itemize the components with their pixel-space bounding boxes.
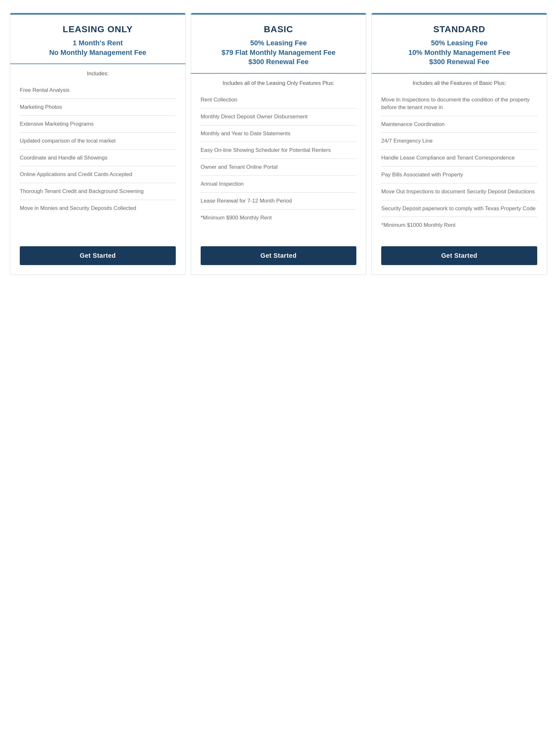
list-item: Monthly and Year to Date Statements xyxy=(201,125,357,142)
list-item: Lease Renewal for 7-12 Month Period xyxy=(201,193,357,210)
pricing-container: LEASING ONLY1 Month's RentNo Monthly Man… xyxy=(7,13,550,275)
card-body: Includes all the Features of Basic Plus:… xyxy=(372,74,547,240)
get-started-button[interactable]: Get Started xyxy=(381,246,537,265)
list-item: Online Applications and Credit Cards Acc… xyxy=(20,166,176,183)
feature-list: Move In Inspections to document the cond… xyxy=(381,92,537,234)
list-item: Maintenance Coordination xyxy=(381,116,537,133)
card-header: BASIC50% Leasing Fee$79 Flat Monthly Man… xyxy=(191,15,366,74)
list-item: Rent Collection xyxy=(201,92,357,109)
card-price: 50% Leasing Fee10% Monthly Management Fe… xyxy=(381,38,537,67)
list-item: Marketing Photos xyxy=(20,99,176,116)
list-item: Move In Inspections to document the cond… xyxy=(381,92,537,116)
list-item: 24/7 Emergency Line xyxy=(381,133,537,150)
list-item: Security Deposit paperwork to comply wit… xyxy=(381,200,537,217)
pricing-card-basic: BASIC50% Leasing Fee$79 Flat Monthly Man… xyxy=(191,13,367,275)
get-started-button[interactable]: Get Started xyxy=(201,246,357,265)
pricing-card-standard: STANDARD50% Leasing Fee10% Monthly Manag… xyxy=(371,13,547,275)
list-item: *Minimum $900 Monthly Rent xyxy=(201,210,357,226)
list-item: Move Out Inspections to document Securit… xyxy=(381,183,537,200)
card-body: Includes all of the Leasing Only Feature… xyxy=(191,74,366,240)
card-price: 1 Month's RentNo Monthly Management Fee xyxy=(20,38,176,57)
card-title: STANDARD xyxy=(381,24,537,34)
list-item: Coordinate and Handle all Showings xyxy=(20,150,176,167)
list-item: Easy On-line Showing Scheduler for Poten… xyxy=(201,142,357,159)
list-item: Extensive Marketing Programs xyxy=(20,116,176,133)
list-item: Thorough Tenant Credit and Background Sc… xyxy=(20,183,176,200)
list-item: Handle Lease Compliance and Tenant Corre… xyxy=(381,150,537,167)
includes-label: Includes: xyxy=(20,70,176,77)
card-footer: Get Started xyxy=(191,240,366,275)
card-header: STANDARD50% Leasing Fee10% Monthly Manag… xyxy=(372,15,547,74)
feature-list: Free Rental AnalysisMarketing PhotosExte… xyxy=(20,82,176,234)
card-footer: Get Started xyxy=(10,240,185,275)
get-started-button[interactable]: Get Started xyxy=(20,246,176,265)
card-price: 50% Leasing Fee$79 Flat Monthly Manageme… xyxy=(201,38,357,67)
card-title: LEASING ONLY xyxy=(20,24,176,34)
list-item: Owner and Tenant Online Portal xyxy=(201,159,357,176)
card-footer: Get Started xyxy=(372,240,547,275)
includes-label: Includes all the Features of Basic Plus: xyxy=(381,80,537,86)
list-item: *Minimum $1000 Monthly Rent xyxy=(381,217,537,234)
list-item: Updated comparison of the local market xyxy=(20,133,176,150)
list-item: Free Rental Analysis xyxy=(20,82,176,99)
list-item: Move in Monies and Security Deposits Col… xyxy=(20,200,176,217)
card-body: Includes:Free Rental AnalysisMarketing P… xyxy=(10,64,185,240)
list-item: Annual Inspection xyxy=(201,176,357,193)
list-item: Pay Bills Associated with Property xyxy=(381,167,537,183)
card-title: BASIC xyxy=(201,24,357,34)
pricing-card-leasing-only: LEASING ONLY1 Month's RentNo Monthly Man… xyxy=(10,13,186,275)
feature-list: Rent CollectionMonthly Direct Deposit Ow… xyxy=(201,92,357,234)
list-item: Monthly Direct Deposit Owner Disbursemen… xyxy=(201,109,357,125)
includes-label: Includes all of the Leasing Only Feature… xyxy=(201,80,357,86)
card-header: LEASING ONLY1 Month's RentNo Monthly Man… xyxy=(10,15,185,64)
